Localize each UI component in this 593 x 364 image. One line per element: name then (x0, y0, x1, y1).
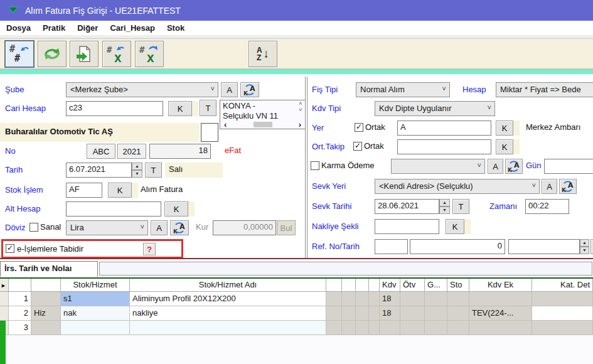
spin-down-icon[interactable]: ▼ (132, 170, 142, 178)
grid-cell-name[interactable]: Aliminyum Profil 20X12X200 (130, 292, 326, 306)
grid-header-otv[interactable]: Ötv (400, 279, 425, 292)
scroll-left-icon[interactable]: ‹ (224, 120, 227, 129)
scroll-up-icon[interactable]: ˄ (299, 100, 302, 107)
grid-cell-name[interactable]: nakliye (130, 306, 326, 321)
grid-cell[interactable] (369, 306, 380, 321)
refresh-button[interactable] (38, 41, 67, 67)
cari-empty-box[interactable] (201, 123, 218, 142)
excel-export2-button[interactable]: # X (135, 41, 164, 67)
eislem-help-button[interactable]: ? (143, 243, 156, 255)
grid-header-type[interactable] (31, 279, 61, 292)
grid-cell-name[interactable] (130, 321, 326, 335)
ref-input-1[interactable] (375, 239, 408, 254)
menu-diger[interactable]: Diğer (76, 22, 99, 34)
spin-up-icon[interactable]: ▲ (580, 239, 589, 247)
grid-cell[interactable] (342, 306, 356, 321)
sevk-tarihi-input[interactable]: 28.06.2021 (375, 199, 439, 214)
sube-exchange-button[interactable]: A K (240, 82, 259, 97)
grid-cell-kdv-ek[interactable] (469, 321, 532, 335)
grid-header-blank4[interactable] (369, 279, 380, 292)
grid-header-code[interactable]: Stok/Hizmet (61, 279, 130, 292)
menu-pratik[interactable]: Pratik (41, 22, 67, 34)
sevk-yeri-exchange-button[interactable]: A K (559, 179, 577, 194)
grid-cell[interactable] (342, 321, 356, 335)
export-document-button[interactable] (70, 41, 99, 67)
fis-tipi-combo[interactable]: Normal Alım˅ (356, 82, 450, 97)
grid-header-blank1[interactable] (326, 279, 342, 292)
sube-a-button[interactable]: A (221, 82, 238, 97)
stok-islem-k-button[interactable]: K (108, 183, 132, 198)
grid-cell[interactable] (326, 321, 342, 335)
grid-cell[interactable] (342, 292, 356, 306)
grid-cell-sto[interactable] (447, 321, 469, 335)
grid-header-kdv[interactable]: Kdv (380, 279, 400, 292)
yer-input[interactable]: A (397, 120, 491, 136)
grid-cell[interactable] (326, 306, 342, 321)
scroll-down-icon[interactable]: ˅ (299, 107, 302, 113)
grid-cell-kdv-ek[interactable]: TEV(224-... (469, 306, 532, 321)
grid-cell-otv[interactable] (400, 321, 425, 335)
grid-cell-num[interactable]: 3 (9, 321, 31, 335)
horizontal-scrollbar[interactable]: ‹ › (220, 120, 305, 129)
no-seri-box[interactable]: ABC (87, 144, 115, 159)
alt-hesap-k-button[interactable]: K (164, 201, 188, 217)
grid-cell[interactable] (356, 306, 369, 321)
grid-header-blank2[interactable] (342, 279, 356, 292)
grid-header-g[interactable]: G... (425, 279, 447, 292)
ort-takip-checkbox[interactable] (353, 142, 362, 151)
karma-odeme-combo[interactable]: ˅ (391, 159, 485, 174)
grid-cell-kdv[interactable]: 18 (380, 306, 400, 321)
grid-cell-otv[interactable] (400, 292, 425, 306)
doviz-combo[interactable]: Lira˅ (66, 220, 148, 235)
menu-cari-hesap[interactable]: Cari_Hesap (109, 22, 156, 34)
bul-button[interactable]: Bul (277, 220, 296, 235)
no-yil-box[interactable]: 2021 (117, 144, 146, 159)
grid-cell[interactable] (356, 321, 369, 335)
scrollbar-thumb[interactable] (254, 122, 272, 127)
grid-cell-type[interactable] (31, 321, 61, 335)
grid-cell-sto[interactable] (447, 306, 469, 321)
grid-cell[interactable] (369, 321, 380, 335)
grid-cell-kdv[interactable] (380, 321, 400, 335)
ref-spinner[interactable]: ▲▼ (580, 239, 589, 254)
ref-input-3[interactable] (508, 239, 580, 254)
grid-cell-kat[interactable] (532, 306, 593, 321)
grid-restore-button[interactable]: # # (5, 41, 34, 67)
cari-hesap-t-button[interactable]: T (200, 100, 216, 116)
tab-irs-tarih[interactable]: İrs. Tarih ve Nolaı (0, 261, 98, 277)
karma-odeme-checkbox[interactable] (311, 161, 319, 170)
grid-cell[interactable] (356, 292, 369, 306)
doviz-a-button[interactable]: A (151, 220, 168, 235)
cari-address-listbox[interactable]: KONYA - Selçuklu VN 11 ˄ ˅ ‹ › (220, 100, 306, 129)
spin-up-icon[interactable]: ▲ (439, 199, 450, 206)
hesap-combo[interactable]: Miktar * Fiyat => Bede (496, 82, 593, 97)
sort-button[interactable]: AZ ↓ (248, 41, 277, 67)
grid-cell[interactable] (369, 292, 380, 306)
spin-down-icon[interactable]: ▼ (580, 247, 589, 254)
grid-cell-g[interactable] (425, 306, 447, 321)
sevk-tarihi-t-button[interactable]: T (452, 199, 469, 214)
tarih-input[interactable]: 6.07.2021 (66, 163, 132, 178)
grid-cell-num[interactable]: 2 (9, 306, 31, 321)
tarih-t-button[interactable]: T (145, 163, 162, 178)
grid-header-name[interactable]: Stok/Hizmet Adı (130, 279, 326, 292)
sevk-tarihi-spinner[interactable]: ▲▼ (439, 199, 450, 214)
sube-combo[interactable]: <Merkez Şube>˅ (66, 82, 218, 97)
grid-header-blank3[interactable] (356, 279, 369, 292)
grid-header-kdv-ek[interactable]: Kdv Ek (469, 279, 532, 292)
ref-t-button[interactable]: T (590, 239, 593, 254)
ort-takip-k-button[interactable]: K (496, 139, 513, 154)
alt-hesap-input[interactable] (66, 201, 161, 217)
cari-hesap-k-button[interactable]: K (168, 101, 192, 116)
grid-cell-g[interactable] (425, 321, 447, 335)
grid-header-num[interactable] (9, 279, 31, 292)
grid-cell-code[interactable] (61, 321, 130, 335)
grid-cell-code-selected[interactable]: s1 (61, 292, 130, 306)
doviz-exchange-button[interactable]: A K (170, 220, 189, 235)
karma-a-button[interactable]: A (488, 159, 503, 174)
grid-header-kat[interactable]: Kat. Det (532, 279, 593, 292)
tarih-spinner[interactable]: ▲▼ (132, 163, 142, 178)
vertical-scrollbar[interactable]: ˄ ˅ (296, 100, 305, 120)
grid-cell-kat[interactable] (532, 292, 593, 306)
nakliye-k-button[interactable]: K (446, 219, 464, 234)
